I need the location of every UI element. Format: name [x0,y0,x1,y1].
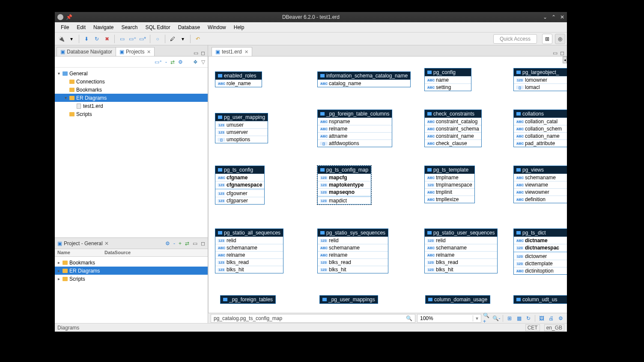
column-dicttemplate[interactable]: 123dicttemplate [514,260,567,267]
perspective-open-button[interactable]: ⊞ [542,34,552,44]
entity-pg-statio-user-sequences[interactable]: pg_statio_user_sequences123relidABCschem… [424,228,498,273]
column-pad_attribute[interactable]: ABCpad_attribute [514,139,567,147]
column-viewname[interactable]: ABCviewname [514,181,567,188]
tree-item-scripts[interactable]: ▸Scripts [55,275,208,283]
column-collation_schem[interactable]: ABCcollation_schem [514,125,567,132]
column-check_clause[interactable]: ABCcheck_clause [425,139,481,147]
grid-icon[interactable]: ▦ [515,315,523,322]
restore-view-icon[interactable]: ◻ [201,50,205,56]
column-attfdwoptions[interactable]: []attfdwoptions [318,139,392,147]
erd-canvas[interactable]: ◂ enabled_rolesABCrole_nameinformation_s… [208,56,567,313]
filter-icon[interactable]: ❖ [193,59,198,65]
entity-pg-ts-dict[interactable]: pg_ts_dictABCdictname123dictnamespac123d… [513,228,567,275]
column-cfgowner[interactable]: 123cfgowner [215,190,264,197]
entity-pg-statio-all-sequences[interactable]: pg_statio_all_sequences123relidABCschema… [215,228,283,273]
print-icon[interactable]: 🖨 [547,315,555,322]
new-connection-button[interactable]: 🔌 [57,34,66,44]
tree-item-connections[interactable]: Connections [55,77,208,86]
tree-item-scripts[interactable]: Scripts [55,110,208,118]
column-cfgname[interactable]: ABCcfgname [215,174,264,181]
minimize-view-icon[interactable]: ▭ [193,240,197,246]
settings-icon[interactable]: ⚙ [178,59,183,65]
close-icon[interactable]: ✕ [244,49,248,55]
column-mapdict[interactable]: 123mapdict [318,197,371,204]
menu-database[interactable]: Database [175,24,203,31]
tree-item-test1-erd[interactable]: test1.erd [55,102,208,110]
layout-icon[interactable]: ⊞ [506,315,513,322]
column-tmplinit[interactable]: ABCtmplinit [425,188,474,196]
menu-window[interactable]: Window [204,24,230,31]
column-dictinitoption[interactable]: ABCdictinitoption [514,267,567,274]
column-relid[interactable]: 123relid [318,237,388,244]
projects-tree[interactable]: ▾GeneralConnectionsBookmarks▾ER Diagrams… [55,68,208,237]
close-icon[interactable]: ✕ [147,49,151,55]
collapse-handle[interactable]: ◂ [563,56,567,63]
column-dictnamespac[interactable]: 123dictnamespac [514,244,567,251]
dropdown-icon[interactable]: ▾ [67,34,76,44]
column-lomacl[interactable]: []lomacl [514,83,567,91]
gear-icon[interactable]: ⚙ [557,315,564,322]
column-tmplname[interactable]: ABCtmplname [425,174,474,181]
maximize-button[interactable]: ⌃ [552,14,556,20]
entity--pg-foreign-tables[interactable]: _pg_foreign_tables [220,295,276,304]
collapse-icon[interactable]: - [173,240,175,246]
sql-editor-button[interactable]: ▭ [117,34,127,44]
search-icon[interactable]: 🔍 [406,315,412,321]
column-blks_hit[interactable]: 123blks_hit [215,266,283,273]
reconnect-button[interactable]: ↻ [92,34,101,44]
zoom-select[interactable]: 100%▾ [417,314,481,323]
column-maptokentype[interactable]: 123maptokentype [318,181,371,188]
column-umserver[interactable]: 123umserver [215,128,268,136]
minimize-button[interactable]: ⌄ [543,14,547,20]
tree-item-er-diagrams[interactable]: ▸ER Diagrams [55,267,208,275]
column-blks_read[interactable]: 123blks_read [318,258,388,266]
connect-button[interactable]: ⬇ [82,34,91,44]
column-relname[interactable]: ABCrelname [425,251,497,258]
zoom-in-icon[interactable]: 🔍+ [483,315,491,322]
column-cfgparser[interactable]: 123cfgparser [215,197,264,204]
column-definition[interactable]: ABCdefinition [514,196,567,203]
column-role_name[interactable]: ABCrole_name [215,80,262,87]
maximize-view-icon[interactable]: ◻ [560,50,564,56]
minimize-view-icon[interactable]: ▭ [194,50,198,56]
tool-button[interactable]: 🖊 [168,34,177,44]
menu-search[interactable]: Search [118,24,141,31]
column-schemaname[interactable]: ABCschemaname [425,244,497,251]
export-image-icon[interactable]: 🖼 [538,315,546,322]
entity-pg-statio-sys-sequences[interactable]: pg_statio_sys_sequences123relidABCschema… [317,228,388,273]
column-constraint_schema[interactable]: ABCconstraint_schema [425,125,481,132]
column-blks_read[interactable]: 123blks_read [215,258,283,266]
column-dictowner[interactable]: 123dictowner [514,252,567,260]
link-icon[interactable]: ⇄ [170,59,175,65]
column-mapseqno[interactable]: 123mapseqno [318,188,371,196]
recent-sql-button[interactable]: ▭* [138,34,147,44]
chevron-down-icon[interactable]: ▾ [473,315,478,321]
quick-access-input[interactable]: Quick Access [493,34,537,44]
pin-icon[interactable]: 📌 [66,14,72,20]
new-project-icon[interactable]: ▭⁺ [155,59,162,65]
entity-pg-ts-config-map[interactable]: pg_ts_config_map123mapcfg123maptokentype… [317,166,371,205]
tab-projects[interactable]: ▣Projects ✕ [116,47,155,56]
column-relname[interactable]: ABCrelname [215,251,283,258]
menu-navigate[interactable]: Navigate [90,24,117,31]
link-icon[interactable]: ⇄ [185,240,189,246]
entity-pg-views[interactable]: pg_viewsABCschemanameABCviewnameABCviewo… [513,166,567,203]
close-button[interactable]: ✕ [560,14,564,20]
entity--pg-foreign-table-columns[interactable]: _pg_foreign_table_columnsABCnspnameABCre… [317,110,392,147]
entity-column-domain-usage[interactable]: column_domain_usage [425,295,490,304]
column-blks_hit[interactable]: 123blks_hit [425,266,497,273]
tool-dropdown[interactable]: ▾ [178,34,188,44]
column-dictname[interactable]: ABCdictname [514,237,567,244]
column-lomowner[interactable]: 123lomowner [514,76,567,83]
gear-icon[interactable]: ⚙ [165,240,170,246]
column-relid[interactable]: 123relid [215,237,283,244]
zoom-out-icon[interactable]: 🔍- [492,315,500,322]
column-cfgnamespace[interactable]: 123cfgnamespace [215,181,264,188]
column-name[interactable]: ABCname [425,76,471,83]
refresh-icon[interactable]: ↻ [525,315,532,322]
tree-item-er-diagrams[interactable]: ▾ER Diagrams [55,94,208,102]
entity--pg-user-mappings[interactable]: _pg_user_mappings [319,295,378,304]
column-schemaname[interactable]: ABCschemaname [215,244,283,251]
column-umoptions[interactable]: []umoptions [215,136,268,143]
column-relid[interactable]: 123relid [425,237,497,244]
